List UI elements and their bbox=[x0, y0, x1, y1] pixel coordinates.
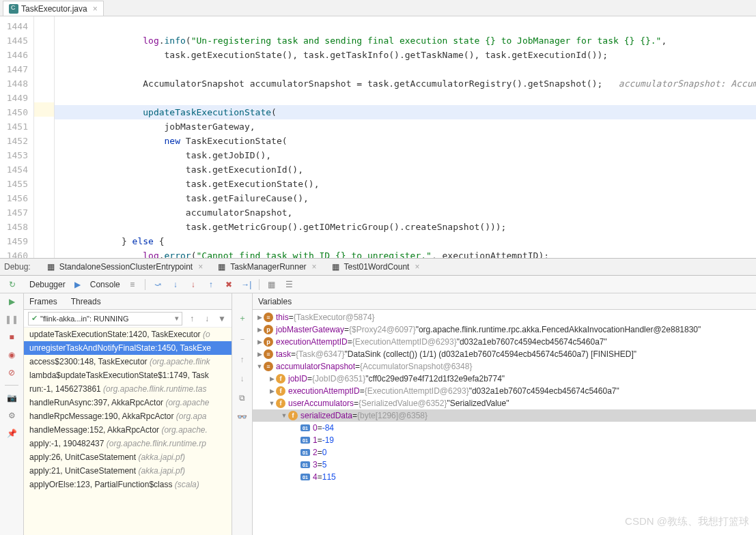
resume-icon[interactable]: ▶ bbox=[6, 296, 17, 307]
code-editor[interactable]: 1444144514461447144814491450145114521453… bbox=[0, 16, 756, 258]
variable-row[interactable]: ▼≡accumulatorSnapshot = {AccumulatorSnap… bbox=[253, 360, 756, 373]
frame-item[interactable]: apply:-1, 190482437 (org.apache.flink.ru… bbox=[24, 437, 232, 450]
pin-icon[interactable]: 📌 bbox=[6, 428, 17, 439]
debug-run-bar: Debug: ▦ StandaloneSessionClusterEntrypo… bbox=[0, 258, 756, 276]
tab-console[interactable]: Console bbox=[90, 280, 120, 289]
rerun-icon[interactable]: ↻ bbox=[9, 280, 16, 289]
variable-row[interactable]: ▼fuserAccumulators = {SerializedValue@63… bbox=[253, 397, 756, 409]
variables-header: Variables bbox=[253, 293, 756, 310]
variable-row[interactable]: 010 = -84 bbox=[253, 422, 756, 434]
variable-row[interactable]: 012 = 0 bbox=[253, 446, 756, 459]
run-to-cursor-icon[interactable]: →| bbox=[241, 279, 252, 290]
frames-tab[interactable]: Frames bbox=[29, 297, 57, 306]
run-config-standalone[interactable]: ▦ StandaloneSessionClusterEntrypoint × bbox=[43, 261, 207, 273]
run-config-test01[interactable]: ▦ Test01WordCount × bbox=[328, 261, 424, 273]
debug-side-toolbar: ▶ ❚❚ ■ ◉ ⊘ 📷 ⚙ 📌 bbox=[0, 293, 24, 535]
variable-row[interactable]: 013 = 5 bbox=[253, 459, 756, 471]
filter-icon[interactable]: ▼ bbox=[216, 313, 227, 324]
glasses-icon[interactable]: 👓 bbox=[237, 412, 247, 422]
variable-row[interactable]: ▼fserializedData = {byte[1296]@6358} bbox=[253, 409, 756, 422]
frame-item[interactable]: applyOrElse:123, PartialFunction$class (… bbox=[24, 478, 232, 491]
debug-toolbar: ↻ Debugger ▶ Console ≡ ⤻ ↓ ↓ ↑ ✖ →| ▦ ☰ bbox=[0, 276, 756, 293]
close-icon[interactable]: × bbox=[93, 4, 98, 14]
run-icon: ▦ bbox=[332, 262, 341, 272]
variable-row[interactable]: ▶≡this = {TaskExecutor@5874} bbox=[253, 311, 756, 323]
threads-icon[interactable]: ≡ bbox=[127, 279, 138, 290]
threads-tab[interactable]: Threads bbox=[71, 297, 101, 306]
breakpoint-gutter[interactable] bbox=[34, 16, 55, 258]
trace-icon[interactable]: ☰ bbox=[284, 279, 295, 290]
view-breakpoints-icon[interactable]: ◉ bbox=[6, 349, 17, 360]
run-config-taskmanager[interactable]: ▦ TaskManagerRunner × bbox=[214, 261, 320, 273]
editor-tab-bar: TaskExecutor.java × bbox=[0, 0, 756, 16]
frame-item[interactable]: apply:21, UnitCaseStatement (akka.japi.p… bbox=[24, 464, 232, 478]
frame-item[interactable]: lambda$updateTaskExecutionState$1:1749, … bbox=[24, 368, 232, 382]
debug-panels: ▶ ❚❚ ■ ◉ ⊘ 📷 ⚙ 📌 Frames Threads ✔ "flink… bbox=[0, 293, 756, 535]
mute-breakpoints-icon[interactable]: ⊘ bbox=[6, 367, 17, 378]
variable-row[interactable]: 011 = -19 bbox=[253, 434, 756, 446]
variables-tree[interactable]: ▶≡this = {TaskExecutor@5874}▶pjobMasterG… bbox=[253, 310, 756, 535]
frame-list[interactable]: updateTaskExecutionState:1420, TaskExecu… bbox=[24, 328, 232, 535]
run-icon: ▦ bbox=[218, 262, 227, 272]
run-icon: ▦ bbox=[47, 262, 57, 272]
prev-frame-icon[interactable]: ↑ bbox=[186, 313, 197, 324]
chevron-down-icon: ▾ bbox=[175, 314, 179, 323]
debug-label: Debug: bbox=[4, 262, 31, 272]
thread-selector-row: ✔ "flink-akka...in": RUNNING ▾ ↑ ↓ ▼ bbox=[24, 310, 232, 328]
code-body[interactable]: log.info("Un-registering task and sendin… bbox=[55, 16, 756, 258]
frames-panel: Frames Threads ✔ "flink-akka...in": RUNN… bbox=[24, 293, 232, 535]
force-step-into-icon[interactable]: ↓ bbox=[188, 279, 199, 290]
drop-frame-icon[interactable]: ✖ bbox=[223, 279, 234, 290]
thread-select[interactable]: ✔ "flink-akka...in": RUNNING ▾ bbox=[28, 312, 182, 326]
console-icon: ▶ bbox=[72, 279, 83, 290]
remove-watch-icon[interactable]: － bbox=[238, 334, 247, 345]
variable-row[interactable]: ▶fjobID = {JobID@6351} "cff0c29ed97e4f71… bbox=[253, 373, 756, 385]
watermark: CSDN @教练、我想打篮球 bbox=[625, 515, 749, 528]
variable-row[interactable]: ▶fexecutionAttemptID = {ExecutionAttempt… bbox=[253, 385, 756, 397]
close-icon[interactable]: × bbox=[415, 262, 419, 272]
variable-row[interactable]: 014 = 115 bbox=[253, 471, 756, 483]
check-icon: ✔ bbox=[31, 314, 38, 323]
step-out-icon[interactable]: ↑ bbox=[206, 279, 216, 290]
frame-item[interactable]: run:-1, 1456273861 (org.apache.flink.run… bbox=[24, 382, 232, 396]
variable-row[interactable]: ▶≡task = {Task@6347} "DataSink (collect(… bbox=[253, 348, 756, 360]
frame-item[interactable]: apply:26, UnitCaseStatement (akka.japi.p… bbox=[24, 450, 232, 464]
pause-icon[interactable]: ❚❚ bbox=[6, 314, 17, 325]
tab-debugger[interactable]: Debugger bbox=[29, 280, 66, 289]
frame-item[interactable]: handleRpcMessage:190, AkkaRpcActor (org.… bbox=[24, 409, 232, 423]
add-watch-icon[interactable]: ＋ bbox=[238, 313, 247, 324]
file-tab-label: TaskExecutor.java bbox=[21, 4, 87, 14]
variables-toolbar: ＋ － ↑ ↓ ⧉ 👓 bbox=[232, 293, 253, 535]
file-tab-taskexecutor[interactable]: TaskExecutor.java × bbox=[3, 1, 104, 16]
variable-row[interactable]: ▶pjobMasterGateway = {$Proxy24@6097} "or… bbox=[253, 323, 756, 336]
frame-item[interactable]: handleMessage:152, AkkaRpcActor (org.apa… bbox=[24, 423, 232, 437]
frame-item[interactable]: handleRunAsync:397, AkkaRpcActor (org.ap… bbox=[24, 396, 232, 409]
variables-panel: Variables ▶≡this = {TaskExecutor@5874}▶p… bbox=[253, 293, 756, 535]
variables-label: Variables bbox=[258, 297, 292, 306]
copy-icon[interactable]: ⧉ bbox=[239, 393, 245, 403]
evaluate-icon[interactable]: ▦ bbox=[266, 279, 277, 290]
close-icon[interactable]: × bbox=[312, 262, 317, 272]
variable-row[interactable]: ▶pexecutionAttemptID = {ExecutionAttempt… bbox=[253, 336, 756, 348]
down-icon[interactable]: ↓ bbox=[240, 374, 244, 384]
frames-header: Frames Threads bbox=[24, 293, 232, 310]
step-into-icon[interactable]: ↓ bbox=[170, 279, 181, 290]
java-class-icon bbox=[9, 4, 18, 14]
step-over-icon[interactable]: ⤻ bbox=[152, 279, 163, 290]
frame-item[interactable]: updateTaskExecutionState:1420, TaskExecu… bbox=[24, 328, 232, 341]
settings-icon[interactable]: ⚙ bbox=[6, 410, 17, 421]
snapshot-icon[interactable]: 📷 bbox=[6, 392, 17, 403]
next-frame-icon[interactable]: ↓ bbox=[201, 313, 212, 324]
line-number-gutter: 1444144514461447144814491450145114521453… bbox=[0, 16, 34, 258]
stop-icon[interactable]: ■ bbox=[6, 332, 17, 343]
frame-item[interactable]: unregisterTaskAndNotifyFinalState:1450, … bbox=[24, 341, 232, 355]
frame-item[interactable]: access$2300:148, TaskExecutor (org.apach… bbox=[24, 355, 232, 368]
close-icon[interactable]: × bbox=[198, 262, 203, 272]
up-icon[interactable]: ↑ bbox=[240, 355, 244, 364]
